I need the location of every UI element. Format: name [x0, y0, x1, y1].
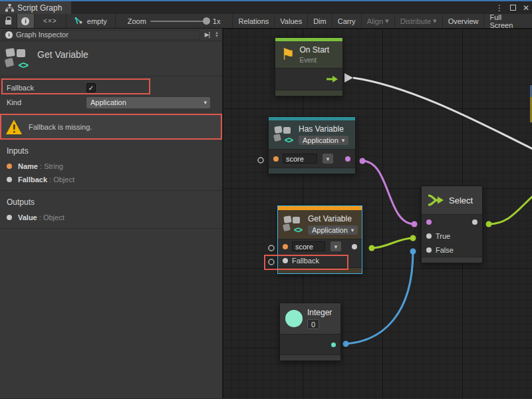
name-input-port[interactable] [273, 156, 279, 162]
integer-value-field[interactable]: 0 [307, 319, 319, 329]
node-on-start[interactable]: ⚑ On Start Event [275, 37, 343, 96]
unconnected-port-ring[interactable] [269, 259, 274, 265]
carry-button[interactable]: Carry [332, 14, 362, 28]
event-wire[interactable] [353, 78, 532, 149]
tab-script-graph[interactable]: Script Graph [0, 1, 71, 14]
values-button[interactable]: Values [275, 14, 308, 28]
selection-output-port[interactable] [472, 219, 477, 225]
result-output-port[interactable] [345, 156, 350, 162]
wire-endpoint[interactable] [369, 245, 375, 251]
input-row-name: Name : String [0, 160, 222, 173]
true-wire[interactable] [372, 238, 413, 248]
lock-icon [5, 20, 11, 25]
inspected-node-title: Get Variable [37, 49, 88, 60]
integer-output-port[interactable] [331, 342, 336, 347]
variable-icon: <> [274, 126, 294, 144]
node-has-variable[interactable]: <> Has Variable Application▾ score ▾ [268, 116, 356, 174]
port-dot-gray [7, 177, 12, 182]
node-integer[interactable]: Integer 0 [279, 303, 341, 361]
script-graph-window: Script Graph ⋮ ✕ i <×> empty Zoom 1x Re [0, 0, 532, 399]
fallback-checkbox[interactable]: ✓ [86, 83, 96, 92]
maximize-icon[interactable] [510, 5, 516, 11]
tab-label: Script Graph [17, 3, 62, 13]
window-controls: ⋮ ✕ [495, 1, 529, 14]
wire-endpoint[interactable] [410, 249, 416, 255]
fallback-port-label: Fallback [292, 257, 319, 265]
window-menu-icon[interactable]: ⋮ [495, 4, 503, 12]
graph-ref-label: empty [87, 17, 107, 25]
node-select[interactable]: Select True False [421, 186, 483, 263]
chevron-down-icon: ▾ [203, 99, 207, 106]
variable-name-field[interactable]: score [283, 154, 317, 164]
variable-name-field[interactable]: score [292, 241, 325, 251]
node-header: <> Get Variable Application▾ [278, 210, 362, 239]
code-preview-button[interactable]: <×> [35, 14, 66, 28]
condition-input-port[interactable] [426, 219, 432, 225]
node-title: Has Variable [299, 124, 344, 134]
kind-dropdown[interactable]: Application ▾ [86, 97, 210, 108]
fallback-field-label: Fallback [7, 84, 86, 92]
wire-endpoint[interactable] [410, 235, 416, 241]
inspector-header: i Graph Inspector ▶] ▲ ▼ [0, 29, 222, 41]
toolbar-spacer [224, 14, 232, 28]
chevron-down-icon: ▾ [385, 17, 389, 25]
full-screen-button[interactable]: Full Screen [484, 14, 532, 28]
unconnected-port-ring[interactable] [269, 245, 274, 251]
variable-name-picker[interactable]: ▾ [323, 154, 333, 164]
node-get-variable[interactable]: <> Get Variable Application▾ score ▾ [277, 205, 362, 274]
zoom-slider[interactable] [150, 21, 209, 22]
variable-icon: <> [5, 48, 29, 69]
fallback-input-port[interactable] [283, 258, 288, 263]
value-output-port[interactable] [352, 244, 357, 249]
wire-endpoint[interactable] [486, 221, 492, 227]
node-subtitle: Event [300, 57, 317, 64]
variable-icon: <> [283, 215, 303, 233]
kind-field-row: Kind Application ▾ [0, 95, 222, 110]
relations-button[interactable]: Relations [232, 14, 275, 28]
false-input-port[interactable] [426, 247, 432, 253]
node-footer [422, 257, 482, 263]
port-dot-gray [7, 215, 12, 220]
node-body [280, 334, 340, 354]
overview-button[interactable]: Overview [443, 14, 485, 28]
scrub-down-icon[interactable]: ▼ [215, 35, 219, 38]
flag-icon: ⚑ [281, 47, 295, 63]
wire-endpoint[interactable] [360, 158, 366, 164]
fallback-field-row: Fallback ✓ [0, 80, 222, 95]
true-input-port[interactable] [426, 233, 432, 239]
inspector-toggle-button[interactable]: i [17, 14, 35, 28]
wire-endpoint[interactable] [412, 221, 418, 227]
condition-wire[interactable] [362, 161, 414, 224]
node-header: Select [422, 186, 482, 214]
wire-endpoint[interactable] [343, 341, 349, 347]
flow-output-port[interactable] [327, 76, 338, 82]
variable-name-picker[interactable]: ▾ [331, 241, 341, 251]
dim-button[interactable]: Dim [308, 14, 332, 28]
inspected-node-header: <> Get Variable [0, 41, 222, 76]
output-row-value: Value : Object [0, 211, 222, 224]
scope-dropdown[interactable]: Application▾ [299, 136, 348, 145]
distribute-button[interactable]: Distribute▾ [395, 14, 443, 28]
graph-canvas[interactable]: ⚑ On Start Event [223, 29, 532, 398]
warning-box: Fallback is missing. [0, 114, 222, 140]
zoom-value: 1x [213, 17, 221, 25]
warning-highlight [0, 114, 222, 140]
scrubber[interactable]: ▲ ▼ [213, 31, 220, 38]
scope-dropdown[interactable]: Application▾ [308, 225, 358, 235]
select-output-wire[interactable] [489, 196, 532, 224]
dock-panel-icon[interactable]: ▶] [203, 31, 211, 38]
graph-reference[interactable]: empty [66, 14, 116, 28]
node-footer [280, 354, 340, 360]
graph-ref-icon [74, 17, 83, 25]
close-icon[interactable]: ✕ [523, 4, 529, 12]
zoom-slider-handle[interactable] [203, 17, 210, 25]
align-button[interactable]: Align▾ [362, 14, 395, 28]
node-body: score ▾ Fallback [278, 239, 362, 267]
event-connector-arrow[interactable] [344, 73, 353, 82]
name-input-port[interactable] [283, 244, 288, 249]
chevron-down-icon: ▾ [351, 227, 354, 233]
unconnected-port-ring[interactable] [258, 158, 263, 163]
tab-bar: Script Graph ⋮ ✕ [0, 1, 532, 14]
lock-button[interactable] [0, 14, 17, 28]
node-title: Integer [307, 308, 332, 317]
